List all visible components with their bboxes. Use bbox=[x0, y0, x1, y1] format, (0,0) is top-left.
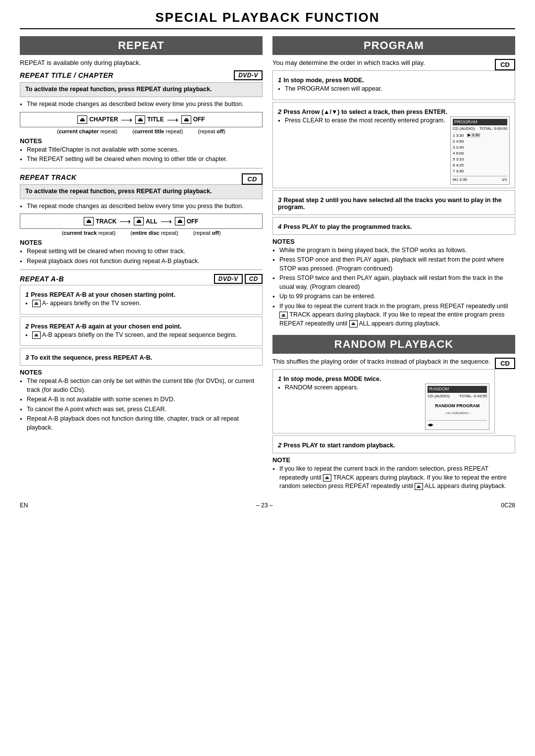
cd-badge-ab: CD bbox=[245, 274, 263, 284]
program-step1: 1In stop mode, press MODE. bbox=[278, 76, 510, 84]
ab-step1: 1Press REPEAT A-B at your chosen startin… bbox=[25, 291, 257, 298]
program-step4: 4Press PLAY to play the programmed track… bbox=[278, 223, 510, 230]
prog-note2: Press STOP once and then PLAY again, pla… bbox=[272, 256, 515, 273]
repeat-title-gray-box: To activate the repeat function, press R… bbox=[20, 82, 263, 97]
notes-title-2: NOTES bbox=[20, 239, 263, 246]
repeat-title-arrow-row: ⏏ CHAPTER ⟶ ⏏ TITLE ⟶ ⏏ OFF bbox=[20, 112, 263, 127]
right-column: PROGRAM CD You may determine the order i… bbox=[272, 36, 515, 494]
repeat-title-arrow-caption: (current chapter repeat) (current title … bbox=[20, 128, 263, 134]
repeat-section: REPEAT REPEAT is available only during p… bbox=[20, 36, 263, 494]
note-1-2: The REPEAT setting will be cleared when … bbox=[20, 155, 263, 164]
repeat-ab-section: REPEAT A-B DVD-V CD 1Press REPEAT A-B at… bbox=[20, 275, 263, 432]
repeat-title-chapter-heading: REPEAT TITLE / CHAPTER DVD-V bbox=[20, 71, 263, 79]
program-step1-bullet: The PROGRAM screen will appear. bbox=[278, 85, 510, 94]
program-header: PROGRAM bbox=[272, 36, 515, 55]
ab-step2-bullet: ⏏ A-B appears briefly on the TV screen, … bbox=[25, 331, 257, 340]
ab-step1-bullet: ⏏ A- appears briefly on the TV screen. bbox=[25, 299, 257, 308]
program-screen: PROGRAM CD (AUDIO) TOTAL: 0:00:00 1 3:30… bbox=[450, 116, 510, 185]
repeat-title-bullet1: The repeat mode changes as described bel… bbox=[20, 100, 263, 109]
ab-note4: Repeat A-B playback does not function du… bbox=[20, 415, 263, 432]
ab-step3: 3To exit the sequence, press REPEAT A-B. bbox=[25, 354, 257, 361]
random-note1: If you like to repeat the current track … bbox=[272, 465, 515, 491]
prog-note4: Up to 99 programs can be entered. bbox=[272, 292, 515, 301]
ab-note2: Repeat A-B is not available with some sc… bbox=[20, 395, 263, 404]
ab-step2: 2Press REPEAT A-B again at your chosen e… bbox=[25, 323, 257, 330]
repeat-header: REPEAT bbox=[20, 36, 263, 55]
notes-title-3: NOTES bbox=[20, 369, 263, 376]
dvd-v-badge: DVD-V bbox=[234, 70, 263, 80]
footer-code: 0C28 bbox=[501, 502, 515, 509]
repeat-track-arrow-caption: (current track repeat) (entire disc repe… bbox=[20, 230, 263, 236]
prog-note1: While the program is being played back, … bbox=[272, 246, 515, 255]
random-header: RANDOM PLAYBACK bbox=[272, 335, 515, 354]
notes-title-1: NOTES bbox=[20, 137, 263, 145]
cd-badge-program: CD bbox=[495, 59, 515, 70]
footer: EN – 23 – 0C28 bbox=[20, 502, 515, 509]
repeat-ab-step3-box: 3To exit the sequence, press REPEAT A-B. bbox=[20, 348, 263, 366]
program-step1-box: 1In stop mode, press MODE. The PROGRAM s… bbox=[272, 70, 515, 100]
random-step2-box: 2Press PLAY to start random playback. bbox=[272, 435, 515, 453]
program-step2-bullet: Press CLEAR to erase the most recently e… bbox=[278, 116, 510, 125]
repeat-title-bullets: The repeat mode changes as described bel… bbox=[20, 100, 263, 109]
repeat-track-section: REPEAT TRACK CD To activate the repeat f… bbox=[20, 173, 263, 266]
repeat-track-bullet1: The repeat mode changes as described bel… bbox=[20, 202, 263, 211]
repeat-track-gray-box: To activate the repeat function, press R… bbox=[20, 184, 263, 199]
program-notes-title: NOTES bbox=[272, 238, 515, 245]
random-notes: If you like to repeat the current track … bbox=[272, 465, 515, 491]
footer-page-num: – 23 – bbox=[256, 502, 272, 509]
prog-note5: If you like to repeat the current track … bbox=[272, 302, 515, 328]
note-1-1: Repeat Title/Chapter is not available wi… bbox=[20, 146, 263, 155]
program-step2-box: 2Press Arrow (▲/▼) to select a track, th… bbox=[272, 102, 515, 188]
random-intro: This shuffles the playing order of track… bbox=[272, 358, 515, 365]
repeat-track-arrow-row: ⏏ TRACK ⟶ ⏏ ALL ⟶ ⏏ OFF bbox=[20, 214, 263, 229]
page-title: SPECIAL PLAYBACK FUNCTION bbox=[20, 10, 515, 29]
repeat-track-notes: Repeat setting will be cleared when movi… bbox=[20, 247, 263, 266]
repeat-ab-box: 1Press REPEAT A-B at your chosen startin… bbox=[20, 285, 263, 315]
program-notes: While the program is being played back, … bbox=[272, 246, 515, 328]
program-step3: 3Repeat step 2 until you have selected a… bbox=[278, 196, 510, 211]
program-intro: You may determine the order in which tra… bbox=[272, 59, 515, 66]
repeat-ab-heading: REPEAT A-B DVD-V CD bbox=[20, 275, 263, 283]
program-section: PROGRAM CD You may determine the order i… bbox=[272, 36, 515, 328]
ab-note1: The repeat A-B section can only be set w… bbox=[20, 377, 263, 394]
repeat-intro: REPEAT is available only during playback… bbox=[20, 59, 263, 66]
repeat-title-chapter-section: REPEAT TITLE / CHAPTER DVD-V To activate… bbox=[20, 71, 263, 164]
program-step4-box: 4Press PLAY to play the programmed track… bbox=[272, 217, 515, 235]
repeat-track-bullets: The repeat mode changes as described bel… bbox=[20, 202, 263, 211]
random-step1-bullet: RANDOM screen appears. bbox=[278, 383, 489, 392]
cd-badge-track: CD bbox=[242, 173, 263, 185]
prog-note3: Press STOP twice and then PLAY again, pl… bbox=[272, 274, 515, 291]
repeat-track-heading: REPEAT TRACK CD bbox=[20, 173, 263, 181]
program-step3-box: 3Repeat step 2 until you have selected a… bbox=[272, 190, 515, 215]
random-playback-section: RANDOM PLAYBACK CD This shuffles the pla… bbox=[272, 335, 515, 490]
repeat-ab-notes: The repeat A-B section can only be set w… bbox=[20, 377, 263, 432]
ab-note3: To cancel the A point which was set, pre… bbox=[20, 405, 263, 414]
cd-badge-random: CD bbox=[495, 358, 515, 369]
note-2-1: Repeat setting will be cleared when movi… bbox=[20, 247, 263, 256]
program-step2: 2Press Arrow (▲/▼) to select a track, th… bbox=[278, 108, 510, 115]
footer-en: EN bbox=[20, 502, 28, 509]
random-step2: 2Press PLAY to start random playback. bbox=[278, 441, 510, 449]
repeat-ab-step2-box: 2Press REPEAT A-B again at your chosen e… bbox=[20, 317, 263, 346]
random-step1-box: 1In stop mode, press MODE twice. RANDOM … bbox=[272, 369, 495, 433]
random-step1: 1In stop mode, press MODE twice. bbox=[278, 375, 489, 382]
note-2-2: Repeat playback does not function during… bbox=[20, 257, 263, 266]
random-note-title: NOTE bbox=[272, 456, 515, 464]
dvdv-badge-ab: DVD-V bbox=[214, 274, 243, 284]
repeat-title-notes: Repeat Title/Chapter is not available wi… bbox=[20, 146, 263, 164]
